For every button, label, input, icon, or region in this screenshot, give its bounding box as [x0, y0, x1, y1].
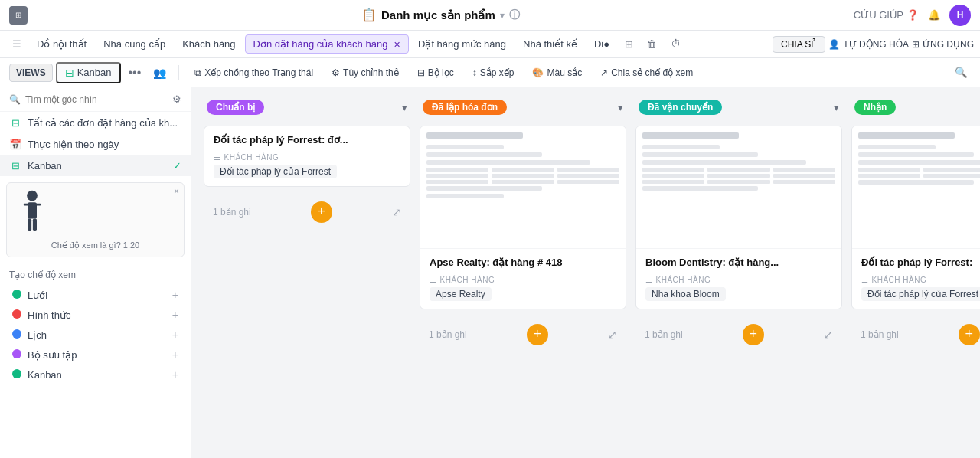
nav-trash-icon[interactable]: 🗑 — [641, 35, 663, 53]
chevron-down-icon[interactable]: ▾ — [834, 102, 839, 113]
status-badge-da-lap-hoa-don: Đã lập hóa đơn — [423, 100, 507, 115]
nav-add-icon[interactable]: ⊞ — [619, 35, 639, 53]
customer-icon: ⚌ — [645, 276, 653, 284]
nav-item-nha-cung-cap[interactable]: Nhà cung cấp — [96, 35, 173, 53]
doc-line — [858, 160, 980, 165]
column-header-nhan: Nhận ▾ — [851, 100, 980, 118]
sort-group-button[interactable]: ⧉ Xếp chồng theo Trạng thái — [187, 64, 321, 81]
person-icon: 👤 — [828, 39, 840, 50]
doc-line — [426, 152, 542, 157]
filter-button[interactable]: ⊟ Bộ lọc — [410, 64, 462, 81]
doc-table-row — [858, 174, 980, 178]
ad-close-button[interactable]: × — [174, 186, 179, 197]
nav-item-di[interactable]: Di● — [586, 35, 617, 53]
svg-rect-5 — [33, 219, 37, 231]
customize-button[interactable]: ⚙ Tùy chỉnh thẻ — [324, 64, 407, 81]
kanban-view-button[interactable]: ⊟ Kanban — [56, 62, 121, 83]
kanban-card-1-0[interactable]: Apse Realty: đặt hàng # 418 ⚌ KHÁCH HÀNG… — [420, 126, 626, 309]
plus-icon: + — [172, 289, 178, 301]
kanban-card-0-0[interactable]: Đối tác pháp lý Forrest: đơ... ⚌ KHÁCH H… — [204, 126, 410, 187]
sidebar: 🔍 ⚙ ⊟ Tất cả các đơn đặt hàng của kh... … — [0, 87, 191, 458]
create-section-title: Tạo chế độ xem — [9, 270, 181, 280]
doc-line — [642, 145, 720, 149]
top-bar: ⊞ 📋 Danh mục sản phẩm ▾ ⓘ CỨU GIÚP ❓ 🔔 H — [0, 0, 980, 31]
card-label: ⚌ KHÁCH HÀNG — [430, 276, 616, 284]
card-customer: Đối tác pháp lý của Forrest — [214, 165, 337, 178]
create-form-item[interactable]: Hình thức + — [9, 305, 181, 325]
customer-icon: ⚌ — [214, 153, 221, 162]
add-card-button-1[interactable]: + — [527, 324, 548, 345]
doc-line — [642, 160, 806, 165]
card-customer: Đối tác pháp lý của Forrest — [861, 287, 980, 301]
create-kanban-item[interactable]: Kanban + — [9, 365, 181, 384]
nav-item-don-dat-hang[interactable]: Đơn đặt hàng của khách hàng ✕ — [245, 34, 409, 54]
chevron-down-icon[interactable]: ▾ — [618, 102, 623, 113]
share-view-button[interactable]: ↗ Chia sẻ chế độ xem — [593, 64, 701, 81]
sidebar-gear-icon[interactable]: ⚙ — [172, 93, 181, 105]
sort-button[interactable]: ↕ Sắp xếp — [465, 64, 522, 81]
create-grid-item[interactable]: Lưới + — [9, 285, 181, 305]
search-button[interactable]: 🔍 — [952, 64, 971, 81]
nav-item-dat-hang-muc-hang[interactable]: Đặt hàng mức hàng — [410, 35, 514, 53]
grid-icon: ⊞ — [912, 39, 920, 50]
plus-icon: + — [172, 309, 178, 321]
card-image-preview — [852, 126, 980, 249]
record-count-3: 1 bản ghi — [861, 329, 899, 340]
menu-toggle-button[interactable]: ☰ — [6, 35, 28, 53]
page-title-area: 📋 Danh mục sản phẩm ▾ ⓘ — [361, 8, 520, 22]
sort-icon: ↕ — [472, 67, 477, 78]
sidebar-item-kanban[interactable]: ⊟ Kanban ✓ — [0, 155, 191, 176]
apps-button[interactable]: ⊞ ỨNG DỤNG — [912, 39, 974, 50]
add-card-button-2[interactable]: + — [743, 324, 764, 345]
nav-item-khach-hang[interactable]: Khách hàng — [175, 35, 243, 53]
kanban-column-da-lap-hoa-don: Đã lập hóa đơn ▾ — [420, 100, 626, 446]
sidebar-item-all-orders[interactable]: ⊟ Tất cả các đơn đặt hàng của kh... — [0, 112, 191, 133]
nav-item-nha-thiet-ke[interactable]: Nhà thiết kế — [515, 35, 585, 53]
people-button[interactable]: 👥 — [149, 65, 171, 80]
kanban-card-2-0[interactable]: Bloom Dentistry: đặt hàng... ⚌ KHÁCH HÀN… — [635, 126, 842, 309]
view-more-button[interactable]: ••• — [124, 64, 146, 81]
sidebar-item-daily[interactable]: 📅 Thực hiện theo ngày — [0, 133, 191, 155]
views-button[interactable]: VIEWS — [9, 64, 53, 82]
plus-icon: + — [172, 368, 178, 381]
record-count-1: 1 bản ghi — [429, 329, 467, 340]
create-section: Tạo chế độ xem Lưới + Hình thức + Lịch +… — [0, 263, 191, 391]
help-label: CỨU GIÚP — [854, 9, 903, 21]
record-count-2: 1 bản ghi — [645, 329, 683, 340]
toolbar-right: 🔍 — [952, 64, 971, 81]
column-header-chuan-bi: Chuẩn bị ▾ — [204, 100, 410, 118]
calendar-color-dot — [12, 329, 21, 341]
svg-rect-4 — [28, 219, 31, 231]
doc-line — [426, 145, 504, 149]
doc-preview — [852, 126, 980, 248]
bell-icon[interactable]: 🔔 — [928, 9, 940, 21]
status-badge-nhan: Nhận — [854, 100, 896, 115]
add-card-button-3[interactable]: + — [959, 324, 980, 345]
share-button[interactable]: CHIA SẺ — [773, 36, 825, 53]
column-footer-1: 1 bản ghi + ⤢ — [420, 317, 626, 352]
sidebar-search-input[interactable] — [25, 94, 168, 105]
color-button[interactable]: 🎨 Màu sắc — [524, 64, 590, 81]
help-button[interactable]: CỨU GIÚP ❓ — [854, 9, 919, 21]
doc-table-row — [642, 168, 835, 172]
expand-button-1[interactable]: ⤢ — [608, 329, 617, 341]
doc-table-row — [642, 180, 835, 184]
nav-item-close-icon[interactable]: ✕ — [394, 40, 400, 49]
create-calendar-item[interactable]: Lịch + — [9, 325, 181, 345]
nav-history-icon[interactable]: ⏱ — [665, 35, 687, 53]
kanban-card-3-0[interactable]: Đối tác pháp lý Forrest: ⚌ KHÁCH HÀNG Đố… — [851, 126, 980, 309]
create-gallery-item[interactable]: Bộ sưu tập + — [9, 345, 181, 365]
expand-button-2[interactable]: ⤢ — [824, 329, 833, 341]
page-title: Danh mục sản phẩm — [381, 8, 495, 22]
doc-preview — [420, 126, 626, 248]
nav-item-do-noi-that[interactable]: Đồ nội thất — [29, 35, 94, 53]
kanban-column-chuan-bi: Chuẩn bị ▾ Đối tác pháp lý Forrest: đơ..… — [204, 100, 410, 446]
record-count-0: 1 bản ghi — [213, 207, 251, 218]
title-chevron[interactable]: ▾ — [500, 10, 505, 21]
chevron-down-icon[interactable]: ▾ — [402, 102, 407, 113]
expand-button-0[interactable]: ⤢ — [392, 206, 401, 218]
automation-button[interactable]: 👤 TỰ ĐỘNG HÓA — [828, 39, 909, 50]
card-title: Apse Realty: đặt hàng # 418 — [430, 257, 616, 270]
doc-line — [426, 160, 590, 165]
add-card-button-0[interactable]: + — [311, 201, 332, 223]
